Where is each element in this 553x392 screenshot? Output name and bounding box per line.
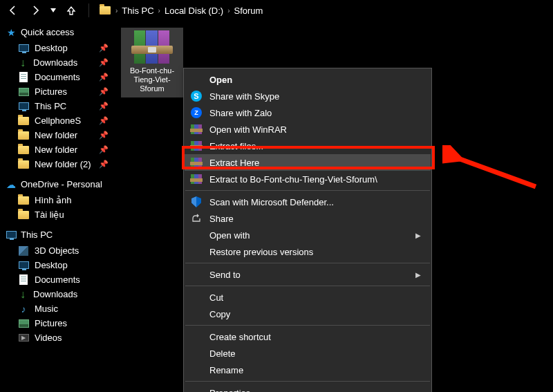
rar-archive-icon <box>134 30 170 64</box>
menu-restore-versions[interactable]: Restore previous versions <box>185 243 431 260</box>
sidebar-item-downloads[interactable]: ↓Downloads📌 <box>6 55 114 70</box>
blank-icon <box>190 308 203 320</box>
menu-properties[interactable]: Properties <box>185 384 431 392</box>
menu-separator <box>185 381 430 382</box>
back-button[interactable] <box>6 3 21 18</box>
chevron-right-icon: › <box>227 7 229 15</box>
menu-separator <box>185 325 430 326</box>
menu-separator <box>185 190 430 191</box>
blank-icon <box>190 330 203 343</box>
menu-extract-files[interactable]: Extract files... <box>185 138 431 154</box>
menu-delete[interactable]: Delete <box>185 345 431 362</box>
file-name-label: Bo-Font-chu-Tieng-Viet-Sforum <box>122 66 182 93</box>
sidebar-item-3dobjects[interactable]: 3D Objects <box>6 243 114 258</box>
folder-icon <box>18 116 29 126</box>
pictures-icon <box>18 87 29 97</box>
menu-open-winrar[interactable]: Open with WinRAR <box>185 121 431 138</box>
navigation-pane: ★Quick access Desktop📌 ↓Downloads📌 Docum… <box>0 21 114 392</box>
chevron-right-icon: ▶ <box>415 271 421 279</box>
sidebar-item-documents[interactable]: Documents📌 <box>6 70 114 84</box>
shield-icon <box>190 196 203 208</box>
menu-separator <box>185 263 430 263</box>
sidebar-item-tailieu[interactable]: Tài liệu <box>6 207 114 222</box>
music-icon: ♪ <box>18 304 29 314</box>
downloads-icon: ↓ <box>18 58 28 68</box>
sidebar-item-desktop-pc[interactable]: Desktop <box>6 258 114 272</box>
sidebar-item-cellphones[interactable]: CellphoneS📌 <box>6 113 114 128</box>
sidebar-item-pictures-pc[interactable]: Pictures <box>6 316 114 330</box>
blank-icon <box>190 291 203 304</box>
pc-icon <box>18 102 29 111</box>
pc-icon <box>6 230 17 240</box>
address-bar[interactable]: › This PC › Local Disk (D:) › Sforum <box>99 4 263 17</box>
sidebar-item-newfolder[interactable]: New folder📌 <box>6 128 114 142</box>
up-button[interactable] <box>64 3 79 18</box>
breadcrumb-item[interactable]: Sforum <box>234 6 263 16</box>
desktop-icon <box>18 44 29 53</box>
videos-icon: ▶ <box>18 333 29 343</box>
sidebar-item-music[interactable]: ♪Music <box>6 301 114 316</box>
blank-icon <box>190 386 203 392</box>
pin-icon: 📌 <box>99 116 109 125</box>
menu-rename[interactable]: Rename <box>185 362 431 378</box>
sidebar-item-thispc[interactable]: This PC📌 <box>6 99 114 113</box>
documents-icon <box>18 275 29 285</box>
menu-copy[interactable]: Copy <box>185 306 431 322</box>
menu-scan-defender[interactable]: Scan with Microsoft Defender... <box>185 194 431 210</box>
sidebar-group-onedrive[interactable]: ☁OneDrive - Personal <box>6 176 114 193</box>
sidebar-group-quick-access[interactable]: ★Quick access <box>6 24 114 41</box>
blank-icon <box>190 73 203 86</box>
cloud-icon: ☁ <box>6 180 17 189</box>
winrar-icon <box>190 123 203 136</box>
desktop-icon <box>18 261 29 270</box>
menu-create-shortcut[interactable]: Create shortcut <box>185 328 431 345</box>
history-dropdown[interactable] <box>50 8 57 12</box>
toolbar-divider <box>88 3 89 17</box>
winrar-icon <box>190 156 203 169</box>
folder-icon <box>18 196 29 205</box>
documents-icon <box>18 73 29 82</box>
menu-extract-to[interactable]: Extract to Bo-Font-chu-Tieng-Viet-Sforum… <box>185 171 431 187</box>
sidebar-item-hinhanh[interactable]: Hình ảnh <box>6 193 114 207</box>
sidebar-item-pictures[interactable]: Pictures📌 <box>6 84 114 99</box>
menu-open-with[interactable]: Open with▶ <box>185 227 431 243</box>
folder-icon <box>18 145 29 155</box>
folder-icon <box>18 131 29 140</box>
sidebar-item-videos[interactable]: ▶Videos <box>6 330 114 345</box>
sidebar-item-newfolder-b[interactable]: New folder📌 <box>6 142 114 157</box>
chevron-right-icon: › <box>115 7 118 15</box>
pin-icon: 📌 <box>99 145 109 154</box>
file-item-archive[interactable]: Bo-Font-chu-Tieng-Viet-Sforum <box>121 28 183 97</box>
menu-separator <box>185 286 430 286</box>
menu-extract-here[interactable]: Extract Here <box>185 154 431 171</box>
zalo-icon: Z <box>190 106 203 119</box>
breadcrumb-item[interactable]: Local Disk (D:) <box>165 6 223 16</box>
skype-icon: S <box>190 90 203 102</box>
chevron-right-icon: › <box>158 7 160 15</box>
breadcrumb-item[interactable]: This PC <box>122 6 153 16</box>
pin-icon: 📌 <box>99 58 109 67</box>
menu-cut[interactable]: Cut <box>185 289 431 306</box>
menu-share-zalo[interactable]: ZShare with Zalo <box>185 104 431 121</box>
menu-open[interactable]: Open <box>185 71 431 88</box>
winrar-icon <box>190 173 203 185</box>
sidebar-item-desktop[interactable]: Desktop📌 <box>6 41 114 55</box>
menu-share-skype[interactable]: SShare with Skype <box>185 88 431 104</box>
menu-share[interactable]: Share <box>185 210 431 227</box>
sidebar-item-documents-pc[interactable]: Documents <box>6 272 114 287</box>
drive-icon <box>99 4 111 17</box>
menu-send-to[interactable]: Send to▶ <box>185 266 431 283</box>
blank-icon <box>190 245 203 258</box>
sidebar-group-thispc[interactable]: This PC <box>6 226 114 243</box>
pin-icon: 📌 <box>99 160 109 169</box>
pictures-icon <box>18 319 29 328</box>
pin-icon: 📌 <box>99 44 109 53</box>
star-icon: ★ <box>6 28 17 37</box>
pin-icon: 📌 <box>99 87 109 96</box>
share-icon <box>190 212 203 225</box>
sidebar-item-downloads-pc[interactable]: ↓Downloads <box>6 287 114 301</box>
sidebar-item-newfolder2[interactable]: New folder (2)📌 <box>6 157 114 171</box>
forward-button[interactable] <box>28 3 43 18</box>
pin-icon: 📌 <box>99 73 109 82</box>
blank-icon <box>190 268 203 281</box>
